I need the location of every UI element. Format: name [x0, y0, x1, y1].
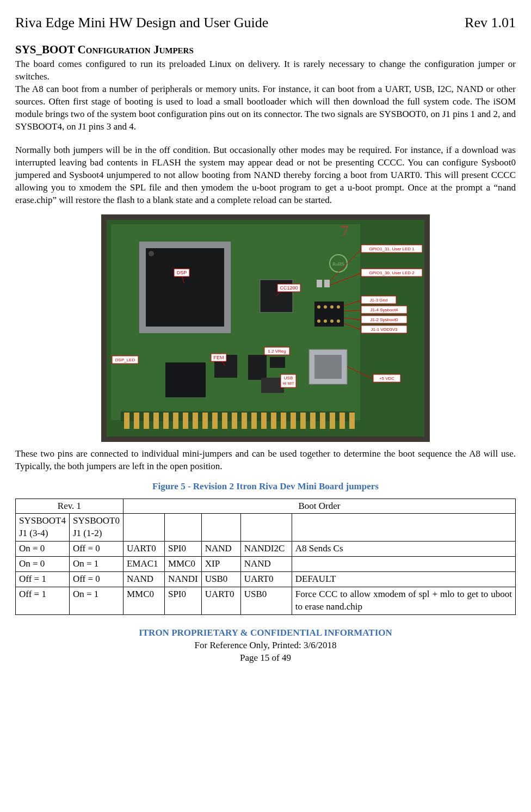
svg-rect-6: [144, 413, 149, 429]
table-row: On = 0 On = 1 EMAC1 MMC0 XIP NAND: [16, 557, 516, 572]
svg-rect-41: [314, 355, 342, 379]
svg-rect-52: [324, 280, 330, 287]
svg-point-50: [337, 319, 340, 323]
svg-rect-14: [222, 413, 227, 429]
svg-rect-27: [349, 413, 355, 429]
svg-rect-21: [291, 413, 296, 429]
svg-rect-10: [183, 413, 188, 429]
rohs-label: RoHS: [332, 261, 344, 267]
svg-rect-22: [300, 413, 306, 429]
footer-printed: For Reference Only, Printed: 3/6/2018: [15, 639, 516, 652]
svg-rect-31: [139, 242, 146, 333]
th-boot: Boot Order: [123, 499, 515, 514]
page-footer: ITRON PROPRIETARY & CONFIDENTIAL INFORMA…: [15, 627, 516, 665]
th-sysboot0: SYSBOOT0 J1 (1-2): [69, 514, 123, 542]
svg-point-33: [149, 251, 154, 256]
svg-rect-36: [165, 362, 206, 397]
figure-pcb: RoHS 7 DSP CC1200 DSP_LED FEM 1.2 VReg U…: [15, 214, 516, 446]
svg-point-45: [330, 305, 334, 309]
body-para-3: Normally both jumpers will be in the off…: [15, 144, 516, 207]
svg-rect-5: [134, 413, 139, 429]
vreg-label: 1.2 VReg: [268, 349, 286, 354]
svg-rect-8: [163, 413, 169, 429]
pcb-illustration: RoHS 7 DSP CC1200 DSP_LED FEM 1.2 VReg U…: [101, 214, 430, 442]
svg-rect-9: [173, 413, 178, 429]
figure-caption: Figure 5 - Revision 2 Itron Riva Dev Min…: [15, 481, 516, 493]
svg-rect-32: [224, 242, 231, 333]
svg-rect-19: [271, 413, 276, 429]
fem-label: FEM: [214, 355, 224, 360]
svg-rect-13: [212, 413, 218, 429]
svg-point-46: [337, 305, 340, 309]
footer-page: Page 15 of 49: [15, 652, 516, 665]
svg-rect-15: [232, 413, 237, 429]
svg-point-48: [324, 319, 327, 323]
svg-rect-20: [281, 413, 286, 429]
svg-point-47: [317, 319, 320, 323]
th-rev: Rev. 1: [16, 499, 124, 514]
footer-confidential: ITRON PROPRIETARY & CONFIDENTIAL INFORMA…: [15, 627, 516, 639]
cc1200-label: CC1200: [280, 285, 298, 291]
usb2-label: HI MIT: [283, 382, 295, 385]
svg-rect-37: [248, 355, 267, 380]
svg-rect-11: [193, 413, 198, 429]
5vdc-label: +5 VDC: [379, 376, 394, 381]
svg-rect-51: [317, 280, 322, 287]
table-row: Off = 1 Off = 0 NAND NANDI USB0 UART0 DE…: [16, 572, 516, 587]
page-header: Riva Edge Mini HW Design and User Guide …: [15, 13, 516, 32]
j1-2-label: J1-2 Sysboot0: [370, 317, 398, 322]
table-row: Off = 1 On = 1 MMC0 SPI0 UART0 USB0 Forc…: [16, 587, 516, 615]
table-row: On = 0 Off = 0 UART0 SPI0 NAND NANDI2C A…: [16, 542, 516, 557]
svg-rect-42: [314, 302, 344, 327]
doc-title: Riva Edge Mini HW Design and User Guide: [15, 13, 268, 32]
svg-rect-25: [330, 413, 335, 429]
svg-rect-23: [310, 413, 316, 429]
svg-rect-12: [202, 413, 208, 429]
doc-revision: Rev 1.01: [465, 13, 516, 32]
boot-order-table: Rev. 1 Boot Order SYSBOOT4 J1 (3-4) SYSB…: [15, 499, 516, 616]
svg-rect-7: [153, 413, 159, 429]
body-para-2: The A8 can boot from a number of periphe…: [15, 83, 516, 133]
dsp-label: DSP: [177, 270, 187, 275]
handwritten-seven: 7: [341, 222, 349, 239]
svg-point-44: [324, 305, 327, 309]
j1-4-label: J1-4 Sysboot4: [370, 307, 398, 312]
svg-rect-38: [270, 357, 285, 368]
body-para-4: These two pins are connected to individu…: [15, 448, 516, 473]
gpio1-31-label: GPIO1_31, User LED 1: [369, 247, 415, 251]
j1-1-label: J1-1 VDD3V3: [371, 327, 398, 332]
section-heading: SYS_BOOT Configuration Jumpers: [15, 42, 516, 57]
svg-rect-26: [339, 413, 345, 429]
th-sysboot4: SYSBOOT4 J1 (3-4): [16, 514, 70, 542]
gpio1-30-label: GPIO1_30, User LED 2: [369, 270, 415, 275]
svg-rect-30: [139, 327, 231, 333]
svg-rect-16: [242, 413, 247, 429]
svg-point-43: [317, 305, 320, 309]
svg-rect-24: [320, 413, 325, 429]
svg-rect-18: [261, 413, 267, 429]
svg-rect-4: [124, 413, 129, 429]
usb-label: USB: [284, 376, 293, 380]
svg-rect-29: [139, 242, 231, 248]
body-para-1: The board comes configured to run its pr…: [15, 58, 516, 83]
svg-rect-17: [251, 413, 257, 429]
dsp-led-label: DSP_LED: [115, 358, 135, 362]
svg-point-49: [330, 319, 334, 323]
j1-3-label: J1-3 Gnd: [370, 298, 388, 303]
